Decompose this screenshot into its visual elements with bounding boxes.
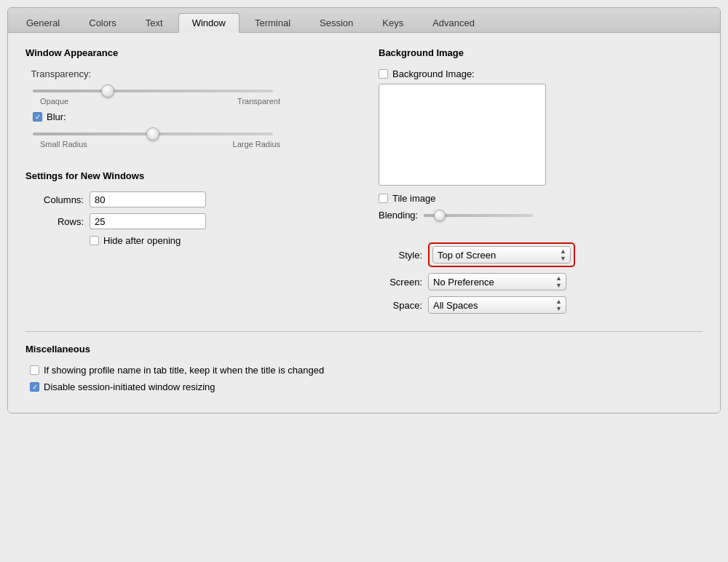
- profile-checkbox[interactable]: [30, 365, 39, 375]
- blending-slider[interactable]: [424, 214, 533, 217]
- window-appearance-title: Window Appearance: [25, 47, 349, 58]
- small-radius-label: Small Radius: [40, 140, 87, 149]
- background-image-title: Background Image: [379, 47, 703, 58]
- section-divider: [25, 331, 703, 332]
- tab-session[interactable]: Session: [306, 13, 367, 33]
- blending-label: Blending:: [379, 210, 418, 221]
- disable-checkmark: ✓: [32, 384, 38, 391]
- miscellaneous-title: Miscellaneous: [25, 344, 703, 355]
- profile-name-row: If showing profile name in tab title, ke…: [30, 365, 703, 376]
- tile-label: Tile image: [392, 193, 435, 204]
- columns-label: Columns:: [25, 194, 84, 205]
- tab-keys[interactable]: Keys: [368, 13, 417, 33]
- rows-input[interactable]: [90, 213, 206, 229]
- profile-label: If showing profile name in tab title, ke…: [44, 365, 324, 376]
- blur-slider[interactable]: [33, 132, 273, 135]
- transparency-slider-track: [33, 85, 273, 97]
- select-section: Style: Top of Screen Bottom of Screen Fu…: [379, 242, 703, 314]
- transparency-row: Transparency:: [25, 68, 349, 79]
- disable-label: Disable session-initiated window resizin…: [44, 381, 215, 392]
- tab-bar: General Colors Text Window Terminal Sess…: [8, 8, 720, 33]
- left-column: Window Appearance Transparency: Opaque T…: [25, 47, 349, 320]
- screen-row: Screen: No Preference Main Screen Second…: [379, 273, 703, 290]
- blur-slider-track: [33, 128, 273, 140]
- hide-after-row: Hide after opening: [90, 235, 349, 246]
- hide-label: Hide after opening: [103, 235, 181, 246]
- bg-image-label: Background Image:: [392, 68, 475, 79]
- bg-image-checkbox-row: Background Image:: [379, 68, 703, 79]
- main-columns: Window Appearance Transparency: Opaque T…: [25, 47, 703, 320]
- transparency-label: Transparency:: [25, 68, 91, 79]
- preferences-window: General Colors Text Window Terminal Sess…: [7, 7, 721, 413]
- tab-general[interactable]: General: [12, 13, 74, 33]
- screen-label: Screen:: [379, 277, 422, 288]
- transparency-slider-labels: Opaque Transparent: [40, 97, 280, 106]
- columns-row: Columns:: [25, 191, 349, 207]
- tab-advanced[interactable]: Advanced: [419, 13, 488, 33]
- transparency-slider[interactable]: [33, 90, 273, 92]
- bg-image-preview[interactable]: [379, 84, 546, 186]
- blending-row: Blending:: [379, 210, 703, 221]
- rows-row: Rows:: [25, 213, 349, 229]
- content-area: Window Appearance Transparency: Opaque T…: [8, 33, 720, 413]
- bg-image-checkbox[interactable]: [379, 69, 388, 79]
- blur-checkmark: ✓: [35, 114, 41, 121]
- space-select[interactable]: All Spaces Current Space: [428, 296, 566, 314]
- rows-label: Rows:: [25, 216, 84, 227]
- tile-checkbox[interactable]: [379, 194, 388, 203]
- disable-checkbox[interactable]: ✓: [30, 382, 39, 392]
- settings-new-windows-title: Settings for New Windows: [25, 170, 349, 181]
- transparent-label: Transparent: [237, 97, 280, 106]
- columns-input[interactable]: [90, 191, 206, 207]
- blur-label: Blur:: [47, 111, 66, 122]
- settings-new-windows: Settings for New Windows Columns: Rows:: [25, 156, 349, 246]
- miscellaneous-section: Miscellaneous If showing profile name in…: [25, 344, 703, 392]
- space-row: Space: All Spaces Current Space ▲ ▼: [379, 296, 703, 314]
- blur-slider-container: Small Radius Large Radius: [33, 128, 349, 149]
- screen-select-wrapper: No Preference Main Screen Secondary Scre…: [428, 273, 566, 290]
- style-select-wrapper: Top of Screen Bottom of Screen Full Scre…: [432, 246, 571, 264]
- tab-window[interactable]: Window: [178, 13, 240, 33]
- disable-resizing-row: ✓ Disable session-initiated window resiz…: [30, 381, 703, 392]
- tab-terminal[interactable]: Terminal: [241, 13, 304, 33]
- space-label: Space:: [379, 300, 422, 311]
- screen-select[interactable]: No Preference Main Screen Secondary Scre…: [428, 273, 566, 290]
- style-select[interactable]: Top of Screen Bottom of Screen Full Scre…: [432, 246, 571, 264]
- style-row-outer: Style: Top of Screen Bottom of Screen Fu…: [379, 242, 703, 267]
- blur-checkbox[interactable]: ✓: [33, 112, 42, 122]
- right-column: Background Image Background Image: Tile …: [379, 47, 703, 320]
- space-select-wrapper: All Spaces Current Space ▲ ▼: [428, 296, 566, 314]
- large-radius-label: Large Radius: [233, 140, 280, 149]
- tab-text[interactable]: Text: [132, 13, 177, 33]
- transparency-slider-container: Opaque Transparent: [33, 85, 349, 106]
- tab-colors[interactable]: Colors: [75, 13, 130, 33]
- style-label: Style:: [379, 250, 422, 261]
- hide-checkbox[interactable]: [90, 236, 99, 245]
- style-select-outline: Top of Screen Bottom of Screen Full Scre…: [428, 242, 575, 267]
- blur-checkbox-row: ✓ Blur:: [33, 111, 349, 122]
- blur-slider-labels: Small Radius Large Radius: [40, 140, 280, 149]
- tile-row: Tile image: [379, 193, 703, 204]
- opacity-label: Opaque: [40, 97, 68, 106]
